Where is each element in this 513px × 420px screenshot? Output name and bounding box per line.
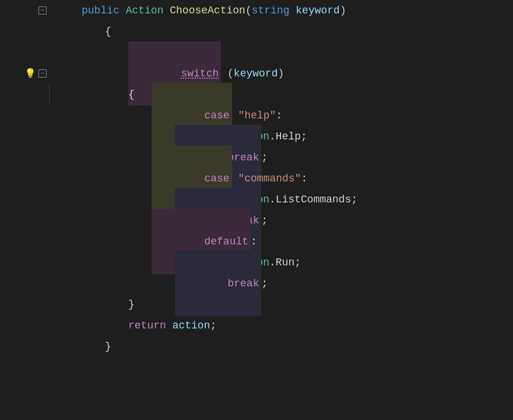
token-switch: switch (181, 68, 219, 79)
token-space4: ( (221, 63, 234, 84)
code-line-11: break ; (58, 210, 513, 231)
code-line-5: { (58, 84, 513, 105)
code-line-16: return action ; (58, 315, 513, 336)
token-oparen: ( (245, 0, 252, 21)
token-space6 (232, 168, 238, 189)
gutter-line-13 (0, 252, 50, 273)
token-colon2: : (301, 168, 307, 189)
code-line-15: } (58, 294, 513, 315)
gutter-line-1: − (0, 0, 50, 21)
token-semicolon4: ; (261, 273, 268, 294)
code-line-3: Action action ; (58, 42, 513, 63)
code-line-14: break ; (58, 273, 513, 294)
code-line-12: default : (58, 231, 513, 252)
code-content: public Action ChooseAction ( string keyw… (52, 0, 513, 420)
gutter-line-4: 💡 − (0, 63, 50, 84)
gutter-line-15 (0, 294, 50, 315)
token-semicolon2: ; (261, 147, 268, 168)
gutter-line-9 (0, 168, 50, 189)
token-action-type: Action (126, 0, 164, 21)
lightbulb-icon[interactable]: 💡 (24, 68, 36, 79)
gutter-line-11 (0, 210, 50, 231)
token-string-kw: string (252, 0, 290, 21)
token-str-help: "help" (238, 105, 276, 126)
token-return: return (128, 315, 166, 336)
token-break-3: break (227, 278, 259, 289)
token-run: .Run; (269, 252, 301, 273)
gutter-line-3 (0, 42, 50, 63)
code-line-6: case "help" : (58, 105, 513, 126)
code-line-1: public Action ChooseAction ( string keyw… (58, 0, 513, 21)
gutter-line-7 (0, 126, 50, 147)
token-default: default (204, 236, 248, 247)
code-line-7: action = Action .Help; (58, 126, 513, 147)
token-colon1: : (276, 105, 282, 126)
token-cparen2: ) (277, 63, 284, 84)
token-help: .Help; (269, 126, 307, 147)
token-space (163, 0, 170, 21)
collapse-icon-1[interactable]: − (38, 6, 47, 15)
token-open-brace-2: { (128, 84, 135, 105)
gutter-line-10 (0, 189, 50, 210)
gutter-line-12 (0, 231, 50, 252)
gutter-line-2 (0, 21, 50, 42)
gutter-line-17 (0, 336, 50, 357)
token-cparen: ) (340, 0, 346, 21)
token-space7 (166, 315, 173, 336)
token-semicolon5: ; (210, 315, 216, 336)
code-line-2: { (58, 21, 513, 42)
token-choose-action: ChooseAction (170, 0, 245, 21)
token-keyword-var: keyword (234, 63, 278, 84)
token-colon3: : (251, 231, 257, 252)
token-space2 (290, 0, 296, 21)
gutter-line-16 (0, 315, 50, 336)
code-line-13: action = Action .Run; (58, 252, 513, 273)
token-break-1: break (227, 152, 259, 163)
gutter-line-6 (0, 105, 50, 126)
token-case-1: case (204, 110, 229, 121)
token-open-brace-1: { (105, 21, 111, 42)
token-space5 (232, 105, 238, 126)
token-public: public (82, 0, 126, 21)
code-line-4: switch ( keyword ) (58, 63, 513, 84)
token-semicolon3: ; (261, 210, 268, 231)
collapse-icon-4[interactable]: − (38, 69, 47, 78)
line-gutter: − 💡 − (0, 0, 52, 420)
token-close-brace-2: } (105, 336, 111, 357)
code-line-9: case "commands" : (58, 168, 513, 189)
code-line-8: break ; (58, 147, 513, 168)
token-listcommands: .ListCommands; (269, 189, 357, 210)
token-close-brace-1: } (128, 294, 135, 315)
token-action-var-5: action (173, 315, 210, 336)
gutter-line-5 (0, 84, 50, 105)
token-case-2: case (204, 173, 229, 184)
gutter-line-14 (0, 273, 50, 294)
code-line-10: action = Action .ListCommands; (58, 189, 513, 210)
gutter-line-8 (0, 147, 50, 168)
token-str-commands: "commands" (238, 168, 301, 189)
code-line-17: } (58, 336, 513, 357)
code-editor: − 💡 − pu (0, 0, 513, 420)
token-keyword-param: keyword (296, 0, 340, 21)
